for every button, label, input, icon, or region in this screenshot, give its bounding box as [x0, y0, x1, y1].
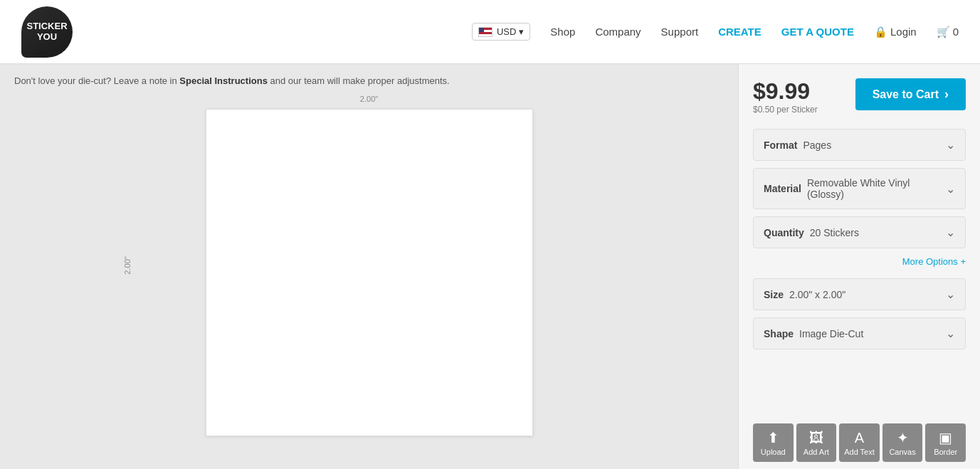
main-container: Don't love your die-cut? Leave a note in… — [0, 64, 980, 469]
shape-value: Image Die-Cut — [799, 328, 946, 339]
notice-middle: Leave a note in — [114, 75, 180, 86]
format-label: Format — [764, 139, 797, 151]
size-chevron-icon: ⌄ — [946, 288, 955, 301]
upload-label: Upload — [761, 448, 786, 456]
quantity-chevron-icon: ⌄ — [946, 226, 955, 239]
flag-icon — [478, 27, 492, 37]
sticker-canvas[interactable] — [206, 109, 533, 436]
notice-bold: Special Instructions — [179, 75, 268, 86]
price-block: $9.99 $0.50 per Sticker — [753, 78, 818, 115]
nav-get-a-quote[interactable]: GET A QUOTE — [781, 26, 854, 38]
notice-bar: Don't love your die-cut? Leave a note in… — [14, 75, 724, 86]
add_text-label: Add Text — [844, 448, 875, 456]
add_art-icon: 🖼 — [809, 431, 823, 445]
canvas-area: 2.00" 2.00" — [14, 95, 724, 436]
upload-icon: ⬆ — [767, 431, 779, 445]
lock-icon: 🔒 — [874, 26, 887, 38]
format-dropdown[interactable]: Format Pages ⌄ — [753, 129, 966, 161]
add_text-icon: A — [855, 431, 864, 445]
more-options-link[interactable]: More Options + — [753, 255, 966, 267]
shape-dropdown[interactable]: Shape Image Die-Cut ⌄ — [753, 317, 966, 349]
notice-end: and our team will make proper adjustment… — [270, 75, 450, 86]
nav: USD ▾ Shop Company Support CREATE GET A … — [472, 23, 959, 41]
cart-count: 0 — [953, 26, 959, 38]
login-label: Login — [890, 26, 917, 38]
shape-chevron-icon: ⌄ — [946, 327, 955, 340]
more-options-text[interactable]: More Options + — [902, 256, 966, 267]
toolbar-upload-button[interactable]: ⬆Upload — [753, 423, 794, 462]
price-per: $0.50 per Sticker — [753, 105, 818, 115]
size-dropdown[interactable]: Size 2.00" x 2.00" ⌄ — [753, 278, 966, 310]
format-value: Pages — [803, 139, 946, 151]
logo-area: STICKERYOU — [21, 6, 73, 58]
format-chevron-icon: ⌄ — [946, 138, 955, 152]
toolbar-add_text-button[interactable]: AAdd Text — [839, 423, 880, 462]
price-main: $9.99 — [753, 78, 818, 105]
border-label: Border — [934, 448, 957, 456]
toolbar-add_art-button[interactable]: 🖼Add Art — [796, 423, 837, 462]
bottom-toolbar: ⬆Upload🖼Add ArtAAdd Text✦Canvas▣Border — [753, 416, 966, 469]
nav-company[interactable]: Company — [595, 26, 641, 38]
material-chevron-icon: ⌄ — [946, 182, 955, 196]
nav-shop[interactable]: Shop — [550, 26, 575, 38]
quantity-label: Quantity — [764, 227, 804, 238]
border-icon: ▣ — [939, 431, 952, 445]
toolbar-canvas-button[interactable]: ✦Canvas — [882, 423, 923, 462]
nav-login[interactable]: 🔒 Login — [874, 26, 917, 38]
currency-chevron: ▾ — [519, 26, 524, 37]
right-panel: $9.99 $0.50 per Sticker Save to Cart › F… — [738, 64, 980, 469]
add_art-label: Add Art — [804, 448, 829, 456]
price-row: $9.99 $0.50 per Sticker Save to Cart › — [753, 78, 966, 115]
material-label: Material — [764, 183, 801, 194]
logo: STICKERYOU — [21, 6, 73, 58]
nav-support[interactable]: Support — [661, 26, 699, 38]
notice-text: Don't love your die-cut? — [14, 75, 111, 86]
canvas-label: Canvas — [889, 448, 915, 456]
currency-label: USD — [497, 26, 516, 37]
dimension-top: 2.00" — [360, 95, 378, 103]
save-btn-arrow-icon: › — [944, 87, 949, 102]
cart-icon: 🛒 — [937, 26, 950, 38]
nav-cart[interactable]: 🛒 0 — [937, 26, 959, 38]
dimension-left: 2.00" — [123, 256, 132, 274]
save-btn-label: Save to Cart — [873, 88, 939, 101]
shape-label: Shape — [764, 328, 794, 339]
size-value: 2.00" x 2.00" — [789, 289, 946, 300]
left-panel: Don't love your die-cut? Leave a note in… — [0, 64, 738, 469]
save-to-cart-button[interactable]: Save to Cart › — [855, 78, 966, 110]
currency-selector[interactable]: USD ▾ — [472, 23, 530, 41]
material-dropdown[interactable]: Material Removable White Vinyl (Glossy) … — [753, 168, 966, 209]
nav-create[interactable]: CREATE — [718, 26, 762, 38]
material-value: Removable White Vinyl (Glossy) — [807, 177, 946, 200]
quantity-dropdown[interactable]: Quantity 20 Stickers ⌄ — [753, 216, 966, 248]
header: STICKERYOU USD ▾ Shop Company Support CR… — [0, 0, 980, 64]
toolbar-border-button[interactable]: ▣Border — [925, 423, 966, 462]
quantity-value: 20 Stickers — [810, 227, 946, 238]
size-label: Size — [764, 289, 784, 300]
canvas-icon: ✦ — [897, 431, 909, 445]
